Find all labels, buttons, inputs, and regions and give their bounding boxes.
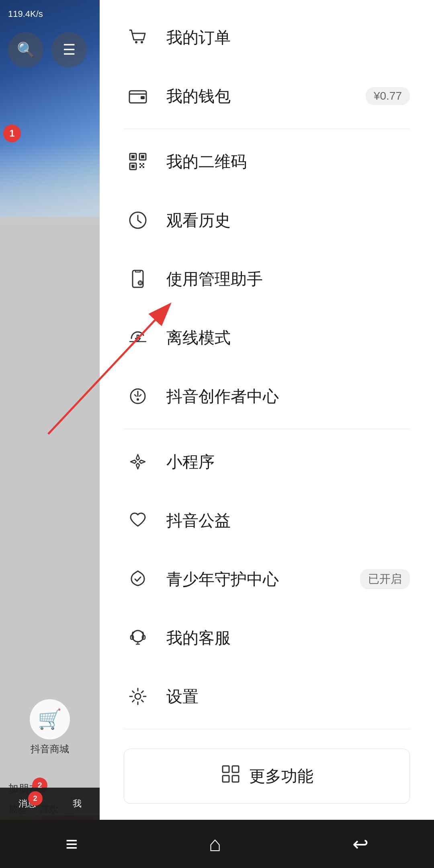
settings-icon [124, 682, 152, 710]
more-features-button[interactable]: 更多功能 [124, 749, 410, 804]
history-icon [124, 206, 152, 234]
svg-rect-10 [139, 163, 141, 165]
nav-menu[interactable]: ≡ [66, 832, 78, 856]
bottom-nav: ≡ ⌂ ↩ [0, 820, 434, 868]
wallet-label: 我的钱包 [166, 85, 366, 107]
svg-rect-14 [141, 165, 143, 166]
shop-label: 抖音商城 [31, 743, 69, 755]
manage-label: 使用管理助手 [166, 268, 410, 290]
svg-point-23 [135, 694, 141, 699]
order-label: 我的订单 [166, 27, 410, 49]
charity-label: 抖音公益 [166, 510, 410, 532]
nav-home-icon: ⌂ [209, 832, 221, 856]
menu-list: 我的订单 我的钱包 ¥0.77 [100, 0, 434, 741]
status-bar: 119.4K/s [0, 0, 100, 28]
service-label: 我的客服 [166, 627, 410, 649]
svg-rect-12 [139, 166, 141, 168]
search-icon: 🔍 [17, 41, 35, 58]
youth-badge: 已开启 [360, 569, 410, 589]
more-features-icon [220, 764, 241, 789]
svg-rect-27 [232, 776, 239, 782]
svg-point-1 [141, 41, 143, 43]
message-tab[interactable]: 消息 2 [18, 798, 36, 810]
menu-item-settings[interactable]: 设置 [100, 667, 434, 726]
more-features-label: 更多功能 [249, 765, 313, 787]
youth-icon [124, 565, 152, 593]
menu-item-service[interactable]: 我的客服 [100, 608, 434, 667]
menu-item-youth[interactable]: 青少年守护中心 已开启 [100, 550, 434, 608]
manage-icon [124, 265, 152, 293]
wallet-balance: ¥0.77 [366, 87, 410, 105]
left-bottom-bar: 消息 2 我 [0, 788, 100, 820]
menu-item-charity[interactable]: 抖音公益 [100, 491, 434, 550]
shop-area[interactable]: 🛒 抖音商城 [0, 699, 100, 755]
menu-item-creator[interactable]: 抖音创作者中心 [100, 367, 434, 426]
svg-rect-3 [141, 96, 145, 99]
svg-rect-13 [143, 166, 144, 168]
menu-item-order[interactable]: 我的订单 [100, 8, 434, 67]
search-button[interactable]: 🔍 [8, 32, 43, 68]
left-panel: 119.4K/s 🔍 ☰ 1 🛒 抖音商城 加朋友 2 被@ 喜欢 [0, 0, 100, 868]
menu-drawer: 我的订单 我的钱包 ¥0.77 [100, 0, 434, 820]
svg-rect-7 [141, 155, 144, 158]
menu-item-offline[interactable]: 离线模式 [100, 308, 434, 367]
offline-icon [124, 323, 152, 352]
menu-button[interactable]: ☰ [51, 32, 87, 68]
youth-label: 青少年守护中心 [166, 568, 360, 590]
divider-1 [124, 129, 410, 129]
shop-icon: 🛒 [30, 699, 70, 739]
me-tab[interactable]: 我 [73, 798, 82, 810]
divider-2 [124, 429, 410, 429]
menu-item-qrcode[interactable]: 我的二维码 [100, 132, 434, 191]
svg-rect-25 [232, 766, 239, 772]
mini-label: 小程序 [166, 451, 410, 473]
left-lower-overlay: 🛒 抖音商城 加朋友 2 被@ 喜欢 [0, 217, 100, 868]
menu-item-wallet[interactable]: 我的钱包 ¥0.77 [100, 67, 434, 125]
charity-icon [124, 506, 152, 534]
settings-label: 设置 [166, 686, 410, 708]
history-label: 观看历史 [166, 209, 410, 231]
svg-rect-24 [223, 766, 229, 772]
svg-point-19 [137, 398, 139, 401]
service-icon [124, 624, 152, 652]
creator-label: 抖音创作者中心 [166, 385, 410, 407]
svg-rect-5 [131, 155, 135, 158]
nav-back-icon: ↩ [352, 833, 368, 855]
svg-rect-9 [131, 165, 135, 168]
wallet-icon [124, 82, 152, 110]
menu-item-history[interactable]: 观看历史 [100, 191, 434, 250]
mini-icon [124, 448, 152, 476]
left-top-icons: 🔍 ☰ [0, 28, 100, 72]
svg-point-0 [135, 41, 137, 43]
qrcode-label: 我的二维码 [166, 151, 410, 173]
me-label: 我 [73, 798, 82, 810]
nav-menu-icon: ≡ [66, 832, 78, 856]
nav-home[interactable]: ⌂ [209, 832, 221, 856]
signal-speed: 119.4K/s [8, 9, 43, 19]
svg-rect-11 [143, 163, 144, 165]
offline-label: 离线模式 [166, 327, 410, 349]
message-badge: 2 [28, 791, 43, 806]
menu-item-manage[interactable]: 使用管理助手 [100, 250, 434, 308]
hamburger-icon: ☰ [63, 41, 76, 58]
menu-item-mini[interactable]: 小程序 [100, 432, 434, 491]
creator-icon [124, 382, 152, 410]
svg-point-20 [132, 631, 143, 642]
svg-rect-26 [223, 776, 229, 782]
cart-icon [124, 23, 152, 51]
divider-3 [124, 729, 410, 729]
notification-badge-1: 1 [3, 125, 21, 142]
nav-back[interactable]: ↩ [352, 833, 368, 855]
qr-icon [124, 147, 152, 176]
